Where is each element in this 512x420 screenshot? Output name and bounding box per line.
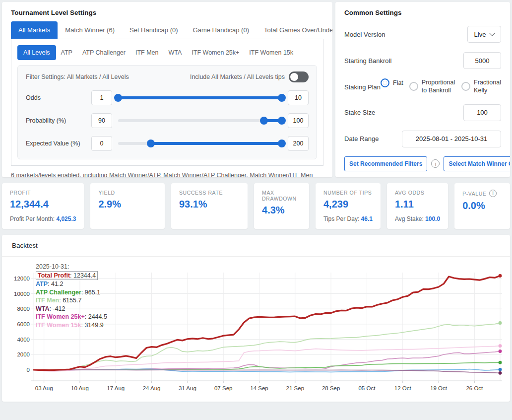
series-line-itf-men [34,323,500,370]
market-tab-set-handicap-0-[interactable]: Set Handicap (0) [122,21,186,39]
slider-max-input[interactable]: 200 [288,136,309,151]
stat-card-max-drawdown: MAX DRAWDOWN4.3% [254,183,309,229]
slider-thumb-high[interactable] [278,140,286,147]
slider-thumb-high[interactable] [278,94,286,102]
select-match-winner-only-button[interactable]: Select Match Winner Only [444,156,510,171]
radio-label: Flat [393,79,403,87]
slider-row-odds: Odds110 [26,90,309,105]
model-version-select[interactable]: Live [467,26,501,43]
include-tips-toggle[interactable] [289,71,309,82]
staking-plan-options: FlatProportional to BankrollFractional K… [381,78,501,95]
stat-label: PROFIT [10,190,31,196]
filter-settings-box: Filter Settings: All Markets / All Level… [17,65,317,159]
stat-value: 4,239 [323,199,373,210]
svg-text:21 Sep: 21 Sep [286,385,304,391]
stat-subtext: Tips Per Day: 46.1 [323,215,373,222]
slider-min-input[interactable]: 90 [91,113,112,128]
level-tab-atp-challenger[interactable]: ATP Challenger [77,45,130,60]
slider-label: Odds [26,94,91,101]
stat-card-profit: PROFIT12,344.4Profit Per Month: 4,025.3 [2,183,84,229]
stake-size-input[interactable]: 100 [463,104,501,121]
backtest-header: Backtest [2,235,510,257]
slider-label: Expected Value (%) [26,140,91,147]
range-slider[interactable] [118,139,282,148]
backtest-chart-canvas[interactable]: 02000400060008000100001200003 Aug10 Aug1… [8,262,504,400]
level-tab-itf-women-15k[interactable]: ITF Women 15k [244,45,298,60]
stake-size-label: Stake Size [344,109,375,116]
info-icon[interactable]: i [489,190,497,197]
radio-icon[interactable] [461,82,470,91]
slider-min-input[interactable]: 1 [91,90,112,105]
slider-thumb-low[interactable] [114,94,122,102]
level-tab-wta[interactable]: WTA [164,45,187,60]
backtest-title: Backtest [12,242,500,249]
stat-label: SUCCESS RATE [179,190,223,196]
slider-min-input[interactable]: 0 [91,136,112,151]
stat-value: 1.11 [395,199,440,210]
stat-value: 12,344.4 [10,199,76,210]
date-range-label: Date Range [344,135,379,142]
top-row: Tournament Level Settings All MarketsMat… [2,2,510,177]
slider-fill [151,142,282,145]
svg-text:4000: 4000 [17,337,30,343]
series-line-atp [34,369,500,372]
stat-label: NUMBER OF TIPS [323,190,372,196]
svg-text:07 Sep: 07 Sep [214,385,232,391]
market-tab-match-winner-6-[interactable]: Match Winner (6) [58,21,122,39]
market-tab-game-handicap-0-[interactable]: Game Handicap (0) [186,21,256,39]
radio-selected-icon[interactable] [381,78,389,87]
slider-max-input[interactable]: 10 [288,90,309,105]
series-line-total-profit [34,276,500,370]
market-tab-total-games-over-under-0-[interactable]: Total Games Over/Under (0) [256,21,332,39]
svg-text:10 Aug: 10 Aug [71,385,89,391]
slider-fill [118,96,282,99]
stats-row: PROFIT12,344.4Profit Per Month: 4,025.3Y… [2,183,510,229]
slider-thumb-low[interactable] [260,117,268,125]
stat-card-number-of-tips: NUMBER OF TIPS4,239Tips Per Day: 46.1 [316,183,381,229]
date-range-input[interactable]: 2025-08-01 - 2025-10-31 [402,131,501,147]
staking-plan-label: Staking Plan [344,83,381,91]
toggle-knob [290,73,298,81]
stat-label: P-VALUE [462,191,486,197]
slider-row-expected-value-: Expected Value (%)0200 [26,136,309,151]
stat-card-yield: YIELD2.9% [90,183,165,229]
staking-option-flat[interactable]: Flat [381,78,403,87]
slider-thumb-high[interactable] [278,117,286,125]
stat-card-p-value: P-VALUEi0.0% [454,183,510,229]
common-settings-title: Common Settings [344,9,501,16]
starting-bankroll-label: Starting Bankroll [344,57,391,65]
svg-text:17 Aug: 17 Aug [107,385,125,391]
range-slider[interactable] [118,93,282,102]
slider-row-probability-: Probability (%)90100 [26,113,309,128]
set-recommended-filters-button[interactable]: Set Recommended Filters [344,156,427,171]
stat-label: MAX DRAWDOWN [262,190,301,202]
level-tab-itf-women-25k-[interactable]: ITF Women 25k+ [187,45,244,60]
radio-icon[interactable] [409,82,418,91]
svg-text:12 Oct: 12 Oct [394,385,412,391]
level-tab-atp[interactable]: ATP [56,45,77,60]
range-slider[interactable] [118,116,282,125]
staking-option-fractional-kelly[interactable]: Fractional Kelly [461,78,501,95]
slider-track[interactable] [118,119,282,122]
svg-text:2000: 2000 [17,351,30,357]
staking-option-proportional-to-bankroll[interactable]: Proportional to Bankroll [409,78,455,95]
level-tab-all-levels[interactable]: All Levels [17,45,56,60]
market-tabs: All MarketsMatch Winner (6)Set Handicap … [11,21,323,39]
filter-settings-title: Filter Settings: All Markets / All Level… [26,73,129,80]
svg-text:31 Aug: 31 Aug [179,385,196,391]
svg-text:19 Oct: 19 Oct [430,385,448,391]
market-tab-all-markets[interactable]: All Markets [11,21,58,39]
level-tab-itf-men[interactable]: ITF Men [130,45,164,60]
svg-text:28 Sep: 28 Sep [322,385,340,391]
svg-text:14 Sep: 14 Sep [250,385,268,391]
backtest-panel: Backtest 02000400060008000100001200003 A… [2,235,510,402]
backtest-chart[interactable]: 02000400060008000100001200003 Aug10 Aug1… [2,257,510,402]
slider-max-input[interactable]: 100 [288,113,309,128]
info-icon[interactable]: i [431,159,440,168]
svg-text:03 Aug: 03 Aug [35,385,53,391]
svg-text:26 Oct: 26 Oct [466,385,483,391]
slider-thumb-low[interactable] [147,140,155,147]
level-tabs: All LevelsATPATP ChallengerITF MenWTAITF… [17,45,317,60]
starting-bankroll-input[interactable]: 5000 [463,52,501,69]
model-version-value: Live [474,31,486,38]
